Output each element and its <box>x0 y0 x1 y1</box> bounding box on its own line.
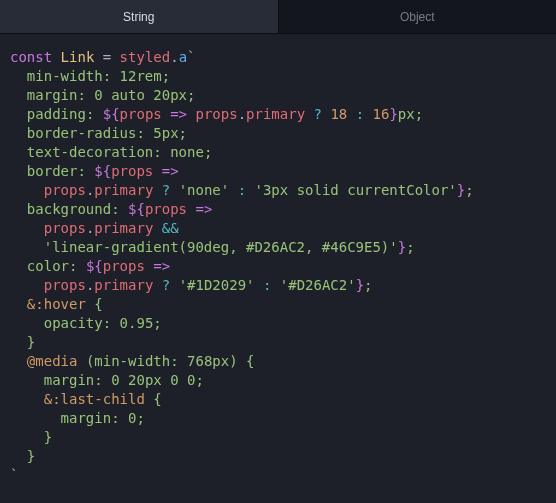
media-feature: min-width <box>94 353 170 369</box>
css-val-20px: 20px <box>153 87 187 103</box>
backtick-close: ` <box>10 467 18 483</box>
css-prop-border-radius: border-radius <box>27 125 137 141</box>
css-prop-margin: margin <box>27 87 78 103</box>
selector-last-child: &:last-child <box>44 391 145 407</box>
css-prop-color: color <box>27 258 69 274</box>
css-val-auto: auto <box>111 87 145 103</box>
str-none: 'none' <box>179 182 230 198</box>
colon: : <box>77 87 94 103</box>
brace-open: { <box>94 296 102 312</box>
tab-object[interactable]: Object <box>279 0 557 33</box>
semi: ; <box>162 68 170 84</box>
css-val: none <box>170 144 204 160</box>
brace-close: } <box>27 334 35 350</box>
css-prop-min-width: min-width <box>27 68 103 84</box>
ternary-c: : <box>347 106 372 122</box>
selector-hover: &:hover <box>27 296 86 312</box>
css-val: 5px <box>153 125 178 141</box>
num-16: 16 <box>373 106 390 122</box>
code-block: const Link = styled.a` min-width: 12rem;… <box>0 34 556 499</box>
semi: ; <box>187 87 195 103</box>
ternary-q: ? <box>305 106 330 122</box>
interp-close: } <box>389 106 397 122</box>
tab-string[interactable]: String <box>0 0 279 33</box>
str-dark: '#1D2029' <box>179 277 255 293</box>
identifier-link: Link <box>61 49 95 65</box>
css-val-0: 0 <box>94 87 102 103</box>
colon: : <box>86 106 103 122</box>
css-prop-padding: padding <box>27 106 86 122</box>
tag-a: a <box>179 49 187 65</box>
unit-px: px <box>398 106 415 122</box>
str-gradient: 'linear-gradient(90deg, #D26AC2, #46C9E5… <box>44 239 398 255</box>
op-and: && <box>153 220 178 236</box>
backtick-open: ` <box>187 49 195 65</box>
identifier-styled: styled <box>120 49 171 65</box>
props: props <box>195 106 237 122</box>
dot: . <box>170 49 178 65</box>
at-media: @media <box>27 353 78 369</box>
css-prop-background: background <box>27 201 111 217</box>
css-prop-margin: margin <box>61 410 112 426</box>
semi: ; <box>415 106 423 122</box>
interp-open: ${ <box>103 106 120 122</box>
param-props: props <box>120 106 162 122</box>
arrow: => <box>162 106 196 122</box>
tab-bar: String Object <box>0 0 556 34</box>
css-prop-opacity: opacity <box>44 315 103 331</box>
num-18: 18 <box>330 106 347 122</box>
op-assign: = <box>94 49 119 65</box>
tab-string-label: String <box>123 10 154 24</box>
colon: : <box>103 68 120 84</box>
css-prop-text-decoration: text-decoration <box>27 144 153 160</box>
str-pink: '#D26AC2' <box>280 277 356 293</box>
css-val: 12rem <box>120 68 162 84</box>
media-val: 768px <box>187 353 229 369</box>
css-val: 0.95 <box>120 315 154 331</box>
css-prop-border: border <box>27 163 78 179</box>
css-prop-margin: margin <box>44 372 95 388</box>
prop-primary: primary <box>246 106 305 122</box>
keyword-const: const <box>10 49 52 65</box>
tab-object-label: Object <box>400 10 435 24</box>
str-border: '3px solid currentColor' <box>255 182 457 198</box>
